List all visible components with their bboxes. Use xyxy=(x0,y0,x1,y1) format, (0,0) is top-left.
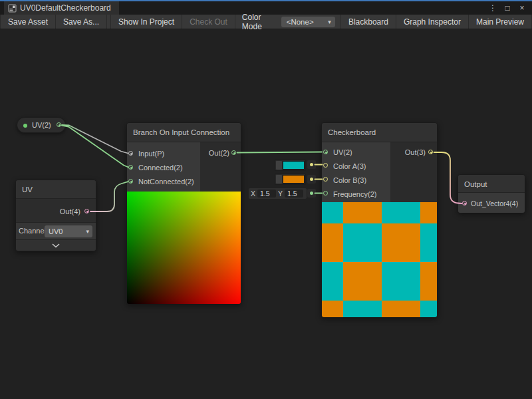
blackboard-toggle-button[interactable]: Blackboard xyxy=(340,15,396,29)
uv-node-title[interactable]: UV xyxy=(16,180,96,199)
checkerboard-out-label: Out(3) xyxy=(405,148,426,156)
checkerboard-port-color-a[interactable] xyxy=(323,163,328,168)
branch-port-connected[interactable] xyxy=(128,165,133,170)
branch-notconnected-label: NotConnected(2) xyxy=(138,178,194,186)
branch-port-out[interactable] xyxy=(231,150,236,155)
frequency-x-label: X xyxy=(251,190,255,198)
channel-label: Channel xyxy=(19,227,45,235)
main-preview-toggle-button[interactable]: Main Preview xyxy=(468,15,532,29)
close-icon[interactable]: × xyxy=(516,3,528,13)
branch-out-label: Out(2) xyxy=(209,149,229,157)
uv-pill-output-port[interactable] xyxy=(57,122,61,127)
property-exposed-dot xyxy=(23,124,27,128)
graph-canvas[interactable]: UV(2) Branch On Input Connection Input(P… xyxy=(0,29,532,399)
shader-graph-window: UV0DefaultCheckerboard ⋮ □ × Save Asset … xyxy=(0,0,532,399)
checkerboard-preview xyxy=(322,202,437,317)
color-b-swatch[interactable] xyxy=(283,175,305,184)
toolbar: Save Asset Save As... Show In Project Ch… xyxy=(0,15,532,29)
window-menu-icon[interactable]: ⋮ xyxy=(487,3,499,13)
frequency-y-field[interactable]: 1.5 xyxy=(285,190,303,198)
checkerboard-port-frequency[interactable] xyxy=(323,191,328,196)
uv-out-label: Out(4) xyxy=(60,207,80,215)
color-a-connector xyxy=(307,160,316,169)
channel-dropdown[interactable]: UV0 ▾ xyxy=(45,225,92,237)
check-out-button: Check Out xyxy=(182,15,235,29)
color-b-connector xyxy=(307,175,316,184)
branch-uv-gradient-preview xyxy=(127,192,241,304)
color-mode-label: Color Mode xyxy=(235,15,281,29)
frequency-connector-dot xyxy=(310,192,313,195)
output-vector4-label: Out_Vector4(4) xyxy=(471,200,518,207)
color-mode-value: <None> xyxy=(287,18,314,26)
checkerboard-port-uv[interactable] xyxy=(323,150,328,154)
output-port-out-vector4[interactable] xyxy=(462,201,467,205)
checkerboard-frequency-label: Frequency(2) xyxy=(333,190,376,198)
branch-port-input-p[interactable] xyxy=(128,151,133,156)
color-a-grip xyxy=(276,161,282,170)
checkerboard-color-b-label: Color B(3) xyxy=(333,176,366,184)
show-in-project-button[interactable]: Show In Project xyxy=(110,15,182,29)
color-mode-dropdown[interactable]: <None> ▾ xyxy=(281,17,335,27)
checkerboard-node[interactable]: Checkerboard UV(2) Color A(3) Color B(3)… xyxy=(321,122,438,317)
checkerboard-port-out[interactable] xyxy=(428,150,433,154)
color-a-widget xyxy=(275,160,306,171)
branch-connected-label: Connected(2) xyxy=(138,164,183,172)
color-b-grip xyxy=(276,175,282,184)
frequency-y-label: Y xyxy=(278,190,283,198)
window-controls: ⋮ □ × xyxy=(487,1,532,15)
channel-value: UV0 xyxy=(49,227,63,235)
uv-node[interactable]: UV Out(4) Channel UV0 ▾ xyxy=(15,180,96,251)
output-node[interactable]: Output Out_Vector4(4) xyxy=(458,174,525,213)
uv-node-collapse-bar[interactable] xyxy=(16,240,96,251)
uv-pill-label: UV(2) xyxy=(32,121,51,129)
uv-node-output-section xyxy=(16,199,96,223)
checkerboard-color-a-label: Color A(3) xyxy=(333,162,366,170)
color-b-widget xyxy=(275,174,306,185)
edge-pill-to-input-p[interactable] xyxy=(62,125,128,154)
uv-property-pill-node[interactable]: UV(2) xyxy=(17,117,66,133)
edge-branchout-to-checker-uv[interactable] xyxy=(237,152,323,153)
dropdown-arrow-icon: ▾ xyxy=(328,19,331,25)
save-as-button[interactable]: Save As... xyxy=(56,15,107,29)
toolbar-right-group: Color Mode <None> ▾ Blackboard Graph Ins… xyxy=(235,15,532,29)
branch-port-notconnected[interactable] xyxy=(128,179,133,184)
branch-input-p-label: Input(P) xyxy=(138,150,164,158)
shader-graph-icon xyxy=(8,4,17,13)
color-b-connector-dot xyxy=(310,178,313,181)
output-node-title[interactable]: Output xyxy=(458,175,525,193)
tab-title: UV0DefaultCheckerboard xyxy=(20,3,111,13)
checkerboard-node-title[interactable]: Checkerboard xyxy=(322,123,437,142)
uv-node-channel-section: Channel UV0 ▾ xyxy=(16,223,96,240)
color-a-connector-dot xyxy=(310,163,313,166)
edge-pill-to-connected[interactable] xyxy=(62,126,128,168)
checkerboard-port-color-b[interactable] xyxy=(323,177,328,182)
save-asset-button[interactable]: Save Asset xyxy=(0,15,56,29)
frequency-widget: X 1.5 Y 1.5 xyxy=(249,188,307,199)
frequency-connector xyxy=(307,189,316,198)
frequency-x-field[interactable]: 1.5 xyxy=(257,190,276,198)
color-a-swatch[interactable] xyxy=(283,161,305,170)
branch-on-input-connection-node[interactable]: Branch On Input Connection Input(P) Conn… xyxy=(126,122,241,304)
branch-node-title[interactable]: Branch On Input Connection xyxy=(127,123,241,142)
maximize-icon[interactable]: □ xyxy=(501,3,513,13)
collapse-chevron-icon xyxy=(51,243,61,249)
uv-port-out4[interactable] xyxy=(84,209,89,213)
graph-tab[interactable]: UV0DefaultCheckerboard xyxy=(4,1,119,15)
channel-dropdown-arrow-icon: ▾ xyxy=(86,228,89,235)
checkerboard-uv-label: UV(2) xyxy=(333,148,352,156)
graph-inspector-toggle-button[interactable]: Graph Inspector xyxy=(396,15,468,29)
